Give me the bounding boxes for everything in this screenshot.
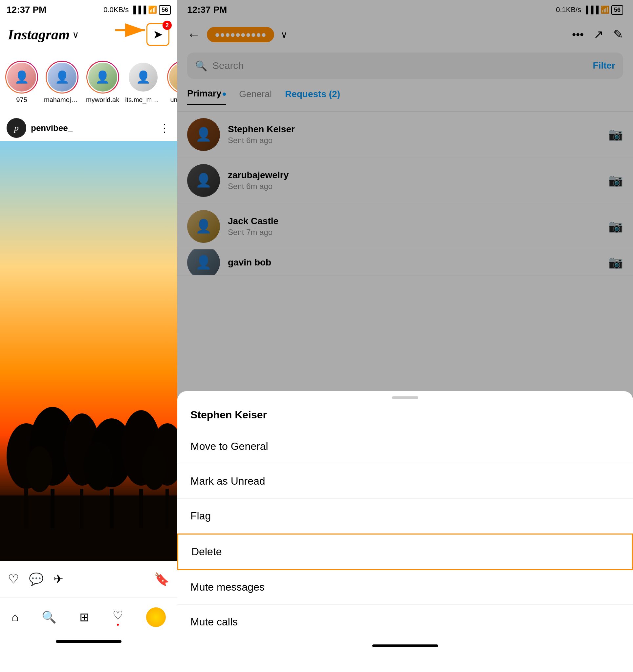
left-panel: 12:37 PM 0.0KB/s ▐▐▐ 📶 56 Instagram ∨ [0, 0, 177, 672]
dm-badge: 2 [163, 21, 172, 30]
like-button[interactable]: ♡ [8, 572, 19, 586]
nav-add[interactable]: ⊞ [79, 610, 89, 624]
bottom-nav: ⌂ 🔍 ⊞ ♡ [0, 597, 177, 637]
left-header: Instagram ∨ ➤ 2 [0, 20, 177, 49]
heart-icon: ♡ [113, 609, 123, 622]
logo-chevron-icon: ∨ [72, 29, 79, 40]
delete-button[interactable]: Delete [177, 533, 633, 570]
svg-rect-6 [51, 489, 54, 528]
story-avatar: 👤 [5, 61, 38, 94]
story-avatar: 👤 [167, 61, 177, 94]
left-time: 12:37 PM [6, 5, 46, 15]
story-name: its.me_mahn... [125, 96, 161, 104]
dm-send-icon: ➤ [153, 28, 163, 41]
svg-rect-4 [24, 489, 28, 528]
story-item[interactable]: 👤 myworld.ak [86, 61, 119, 104]
post-user-info: p penvibee_ [6, 118, 73, 138]
post-image [0, 141, 177, 561]
bottom-sheet: Stephen Keiser Move to General Mark as U… [177, 391, 633, 672]
nav-profile[interactable] [146, 607, 166, 627]
move-to-general-button[interactable]: Move to General [177, 429, 633, 464]
post-actions: ♡ 💬 ✈ 🔖 [0, 561, 177, 597]
share-button[interactable]: ✈ [53, 572, 63, 586]
profile-avatar [146, 607, 166, 627]
sheet-handle [392, 397, 418, 399]
story-item[interactable]: 👤 mahamejaz1 [44, 61, 80, 104]
story-name: mahamejaz1 [44, 96, 80, 104]
svg-point-15 [26, 446, 52, 492]
bottom-sheet-overlay: Stephen Keiser Move to General Mark as U… [177, 0, 633, 672]
home-indicator-right [177, 639, 633, 652]
signal-bars-icon: ▐▐▐ [131, 6, 146, 14]
signal-text: 0.0KB/s [103, 6, 129, 14]
story-name: myworld.ak [86, 96, 119, 104]
post-header: p penvibee_ ⋮ [0, 115, 177, 141]
story-avatar: 👤 [86, 61, 119, 94]
trees-silhouette [0, 364, 177, 561]
mark-as-unread-button[interactable]: Mark as Unread [177, 464, 633, 499]
nav-home[interactable]: ⌂ [11, 610, 19, 624]
right-panel: 12:37 PM 0.1KB/s ▐▐▐ 📶 56 ← ●●●●●●●●●● ∨… [177, 0, 633, 672]
home-bar-right [372, 644, 438, 647]
story-item[interactable]: 👤 975 [5, 61, 38, 104]
mute-calls-button[interactable]: Mute calls [177, 605, 633, 639]
story-avatar-inner: 👤 [128, 62, 159, 93]
post-more-button[interactable]: ⋮ [159, 121, 171, 135]
left-status-bar: 12:37 PM 0.0KB/s ▐▐▐ 📶 56 [0, 0, 177, 20]
svg-rect-8 [80, 489, 84, 528]
flag-button[interactable]: Flag [177, 499, 633, 533]
heart-notification-dot [117, 624, 119, 626]
add-icon: ⊞ [79, 610, 89, 624]
home-indicator-left [0, 637, 177, 646]
sheet-title: Stephen Keiser [177, 402, 633, 429]
left-status-icons: 0.0KB/s ▐▐▐ 📶 56 [103, 5, 171, 15]
dm-button-area[interactable]: ➤ 2 [146, 23, 169, 46]
story-avatar-no-ring: 👤 [127, 61, 160, 94]
bookmark-button[interactable]: 🔖 [154, 572, 169, 586]
svg-rect-10 [110, 489, 114, 528]
stories-row: 👤 975 👤 mahamejaz1 👤 myworld.ak [0, 49, 177, 115]
svg-point-16 [84, 441, 113, 490]
story-name: umais.98 [170, 96, 177, 104]
story-avatar-inner: 👤 [168, 62, 177, 93]
nav-search-icon: 🔍 [42, 610, 56, 624]
orange-arrow-icon [115, 20, 151, 41]
nav-heart[interactable]: ♡ [113, 609, 123, 626]
story-avatar-inner: 👤 [47, 62, 77, 93]
sheet-handle-container [177, 391, 633, 402]
home-icon: ⌂ [11, 610, 19, 624]
story-item[interactable]: 👤 umais.98 [167, 61, 177, 104]
post-actions-left: ♡ 💬 ✈ [8, 572, 63, 586]
story-avatar-inner: 👤 [6, 62, 37, 93]
nav-search[interactable]: 🔍 [42, 610, 56, 624]
wifi-icon: 📶 [148, 6, 157, 14]
home-bar [56, 640, 121, 643]
mute-messages-button[interactable]: Mute messages [177, 570, 633, 605]
battery-indicator: 56 [159, 5, 171, 15]
story-name: 975 [16, 96, 27, 104]
story-avatar: 👤 [46, 61, 78, 94]
post-user-avatar: p [6, 118, 26, 138]
svg-rect-14 [165, 489, 169, 528]
instagram-logo: Instagram [8, 26, 70, 43]
post-username: penvibee_ [31, 123, 73, 133]
dm-button[interactable]: ➤ 2 [146, 23, 169, 46]
comment-button[interactable]: 💬 [29, 572, 44, 586]
story-avatar-inner: 👤 [87, 62, 118, 93]
svg-point-17 [142, 445, 167, 490]
svg-rect-12 [139, 489, 143, 528]
header-right-icons: ➤ 2 [146, 23, 169, 46]
story-item[interactable]: 👤 its.me_mahn... [125, 61, 161, 104]
